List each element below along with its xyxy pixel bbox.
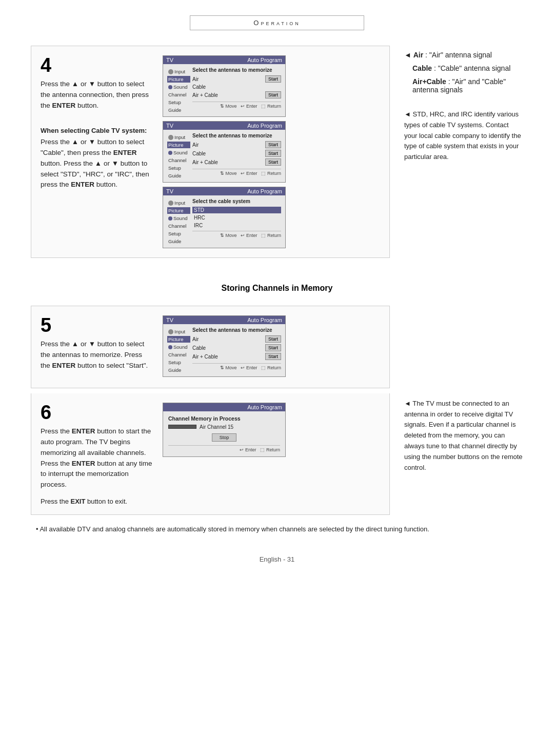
tv-program-title-1: Auto Program (247, 57, 282, 63)
section4-notes: ◄ Air : "Air" antenna signal Cable : "Ca… (390, 46, 523, 258)
tv-titlebar-6: Auto Program (163, 403, 285, 411)
step5-number: 5 (41, 315, 153, 335)
step6-text: Press the ENTER button to start the auto… (41, 426, 153, 491)
cable-irc: IRC (192, 222, 281, 229)
tv-footer-3: ⇅ Move ↩ Enter ⬚ Return (192, 231, 281, 238)
tv-titlebar-3: TV Auto Program (163, 187, 285, 195)
nav-sound-1: Sound (167, 84, 190, 90)
tv-title-3: TV (166, 188, 173, 194)
tv-nav-3: Input Picture Sound Channel Setup Guide (167, 198, 190, 245)
tv-screen-3: TV Auto Program Input Picture Sound Chan… (163, 187, 286, 248)
channel-progress-bar (168, 425, 196, 429)
tv-content-2: Select the antennas to memorize Air Star… (192, 133, 281, 179)
nav-picture-3: Picture (167, 207, 190, 214)
page-title: Operation (253, 19, 300, 27)
page-header: Operation (190, 15, 364, 30)
nav-input-3: Input (167, 200, 190, 206)
stop-button[interactable]: Stop (212, 433, 237, 442)
channel-memory-title: Channel Memory in Process (168, 415, 280, 422)
step6-number: 6 (41, 403, 153, 422)
nav-channel-2: Channel (167, 157, 190, 164)
nav-channel-1: Channel (167, 91, 190, 98)
antenna-aircable-2: Air + Cable Start (192, 158, 281, 166)
tv-footer-1: ⇅ Move ↩ Enter ⬚ Return (192, 102, 281, 109)
tv-nav-5: Input Picture Sound Channel Setup Guide (167, 327, 190, 373)
cable-hrc: HRC (192, 214, 281, 221)
nav-guide-3: Guide (167, 238, 190, 245)
tv-screen-6: Auto Program Channel Memory in Process A… (163, 403, 286, 506)
step4-subsection: When selecting Cable TV system: (41, 127, 153, 134)
tv-screen-2: TV Auto Program Input Picture Sound Chan… (163, 121, 286, 183)
note-aircable: Air+Cable : "Air" and "Cable" antenna si… (404, 77, 523, 94)
tv-content-1: Select the antennas to memorize Air Star… (192, 67, 281, 113)
tv-content-title-1: Select the antennas to memorize (192, 67, 281, 73)
section6-note: ◄ The TV must be connected to an antenna… (390, 393, 523, 515)
tv-content-title-2: Select the antennas to memorize (192, 133, 281, 138)
cable-std: STD (192, 207, 281, 213)
storing-header: Storing Channels in Memory (31, 284, 523, 293)
tv-screen-1: TV Auto Program Input Picture Sound Chan… (163, 55, 286, 117)
tv-title-2: TV (166, 123, 173, 129)
tv-nav-2: Input Picture Sound Channel Setup Guide (167, 133, 190, 179)
step4-text2: Press the ▲ or ▼ button to select "Cable… (41, 137, 153, 191)
nav-setup-2: Setup (167, 165, 190, 171)
nav-input-2: Input (167, 134, 190, 141)
tv-program-title-3: Auto Program (247, 188, 282, 194)
step4-number: 4 (41, 55, 153, 75)
tv-footer-2: ⇅ Move ↩ Enter ⬚ Return (192, 169, 281, 176)
tv-nav-1: Input Picture Sound Channel Setup Guide (167, 67, 190, 113)
nav-sound-3: Sound (167, 215, 190, 222)
antenna-air-1: Air Start (192, 75, 281, 83)
tv-titlebar-1: TV Auto Program (163, 56, 285, 64)
tv-footer-6: ↩ Enter ⬚ Return (168, 445, 280, 452)
antenna-aircable-1: Air + Cable Start (192, 91, 281, 98)
tv-titlebar-2: TV Auto Program (163, 122, 285, 130)
nav-sound-2: Sound (167, 149, 190, 156)
note-air: ◄ Air : "Air" antenna signal (404, 51, 523, 59)
tv-content-title-3: Select the cable system (192, 198, 281, 204)
bullet-note: • All available DTV and analog channels … (36, 524, 523, 535)
tv-cable-list: STD HRC IRC (192, 207, 281, 229)
channel-progress-label: Air Channel 15 (200, 424, 233, 430)
nav-setup-1: Setup (167, 99, 190, 106)
tv-content-3: Select the cable system STD HRC IRC ⇅ Mo… (192, 198, 281, 245)
nav-picture-1: Picture (167, 76, 190, 83)
antenna-cable-1: Cable (192, 84, 281, 90)
step4-text1: Press the ▲ or ▼ button to select the an… (41, 79, 153, 111)
channel-progress-row: Air Channel 15 (168, 424, 280, 430)
nav-guide-1: Guide (167, 107, 190, 113)
exit-note: Press the EXIT button to exit. (41, 498, 153, 505)
tv-antenna-list-2: Air Start Cable Start Air + Cable (192, 141, 281, 166)
tv-program-title-2: Auto Program (247, 123, 282, 129)
nav-guide-2: Guide (167, 172, 190, 179)
note-cable: Cable : "Cable" antenna signal (404, 64, 523, 72)
antenna-cable-2: Cable Start (192, 150, 281, 157)
nav-picture-2: Picture (167, 142, 190, 148)
nav-channel-3: Channel (167, 223, 190, 229)
page-number: English - 31 (31, 555, 523, 579)
tv-program-title-6: Auto Program (247, 404, 282, 410)
antenna-air-2: Air Start (192, 141, 281, 148)
tv-antenna-list-1: Air Start Cable Air + Cable Start (192, 75, 281, 98)
tv-screen-5: TV Auto Program Input Picture Sound Chan… (163, 315, 286, 379)
step5-text: Press the ▲ or ▼ button to select the an… (41, 339, 153, 371)
note-std-hrc-irc: ◄ STD, HRC, and IRC identify various typ… (404, 109, 523, 163)
nav-setup-3: Setup (167, 230, 190, 237)
tv-titlebar-5: TV Auto Program (163, 316, 285, 324)
nav-input-1: Input (167, 68, 190, 75)
tv-screens-section4: TV Auto Program Input Picture Sound Chan… (163, 55, 286, 248)
tv-title-1: TV (166, 57, 173, 63)
tv-content-5: Select the antennas to memorize Air Star… (192, 327, 281, 373)
